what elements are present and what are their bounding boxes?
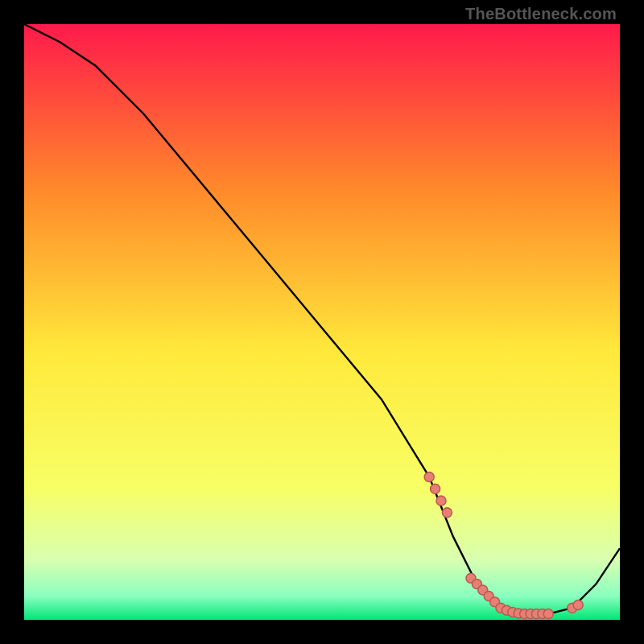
- highlight-dot: [543, 609, 553, 619]
- highlight-dot: [431, 484, 440, 493]
- highlight-dot: [442, 508, 452, 518]
- highlight-dot: [573, 601, 583, 610]
- highlight-dot: [424, 472, 434, 481]
- bottleneck-curve: [24, 24, 620, 614]
- optimal-range-dots: [424, 472, 583, 618]
- chart-frame: TheBottleneck.com: [0, 0, 644, 644]
- plot-area: [24, 24, 620, 620]
- highlight-dot: [436, 496, 446, 506]
- curve-layer: [24, 24, 620, 620]
- watermark-text: TheBottleneck.com: [465, 5, 617, 23]
